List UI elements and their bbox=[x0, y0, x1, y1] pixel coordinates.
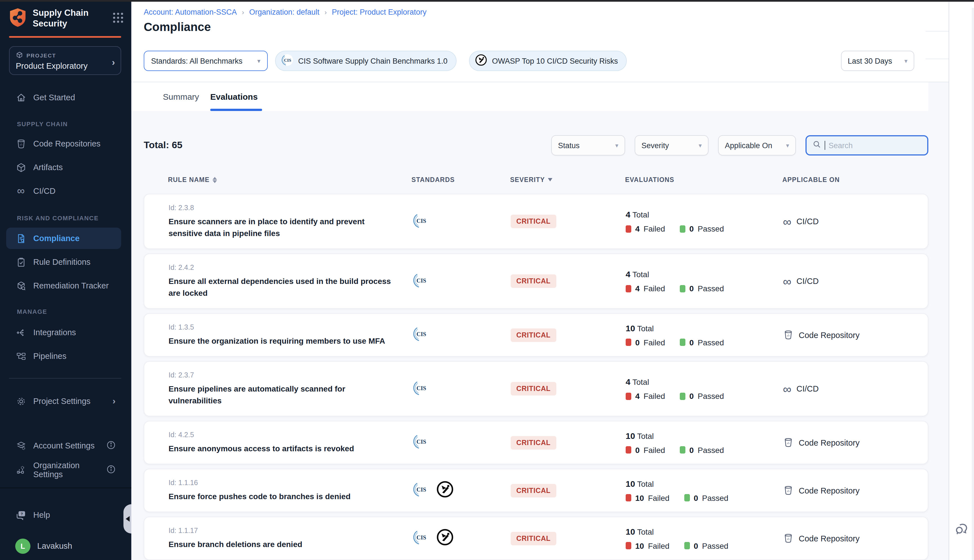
column-header-standards[interactable]: Standards bbox=[397, 176, 507, 183]
eval-total-label: Total bbox=[637, 324, 654, 333]
sidebar-item-help[interactable]: ? Help bbox=[0, 507, 131, 523]
sidebar-item-remediation-tracker[interactable]: Remediation Tracker bbox=[0, 277, 131, 294]
rule-title: Ensure anonymous access to artifacts is … bbox=[168, 443, 392, 455]
svg-text:‹/›: ‹/› bbox=[787, 334, 790, 337]
column-header-severity[interactable]: Severity bbox=[507, 176, 622, 183]
brand-accent-divider bbox=[9, 36, 121, 37]
table-row[interactable]: Id: 1.1.16 Ensure force pushes code to b… bbox=[144, 469, 928, 512]
eval-total-count: 10 bbox=[625, 323, 635, 333]
eval-failed-label: Failed bbox=[644, 445, 665, 454]
sidebar: Supply Chain Security PROJECT Product Ex… bbox=[0, 0, 131, 560]
sidebar-item-rule-definitions[interactable]: Rule Definitions bbox=[0, 253, 131, 270]
svg-text:CIS: CIS bbox=[417, 385, 426, 391]
column-header-applicable-on: Applicable On bbox=[779, 176, 928, 183]
svg-text:‹/›: ‹/› bbox=[787, 490, 790, 493]
table-row[interactable]: Id: 1.1.17 Ensure branch deletions are d… bbox=[144, 517, 928, 560]
status-filter-select[interactable]: Status ▾ bbox=[551, 135, 625, 155]
chip-cis-benchmark[interactable]: CIS CIS Software Supply Chain Benchmarks… bbox=[275, 51, 457, 71]
chevron-down-icon: ▾ bbox=[904, 57, 907, 65]
chevron-down-icon: ▾ bbox=[699, 142, 702, 149]
tab-summary[interactable]: Summary bbox=[163, 82, 199, 111]
eval-passed-label: Passed bbox=[702, 541, 728, 550]
avatar: L bbox=[15, 538, 30, 553]
text-caret bbox=[825, 141, 825, 150]
cicd-icon: ∞ bbox=[15, 185, 27, 197]
evaluations-cell: 10 Total 0 Failed 0 Passed bbox=[623, 431, 780, 454]
applicable-on-cell: ‹/› Code Repository bbox=[780, 533, 928, 544]
sidebar-item-get-started[interactable]: Get Started bbox=[0, 89, 131, 106]
applicable-on-label: Code Repository bbox=[799, 330, 860, 340]
applicable-on-label: CI/CD bbox=[796, 217, 819, 226]
pipelines-icon bbox=[15, 350, 27, 362]
sidebar-divider bbox=[9, 378, 121, 378]
eval-passed-label: Passed bbox=[702, 493, 728, 502]
passed-indicator bbox=[684, 494, 690, 502]
eval-total-count: 4 bbox=[625, 269, 630, 279]
eval-passed-count: 0 bbox=[689, 445, 694, 454]
date-range-select[interactable]: Last 30 Days ▾ bbox=[841, 51, 914, 71]
table-row[interactable]: Id: 1.3.5 Ensure the organization is req… bbox=[144, 313, 928, 357]
sidebar-item-artifacts[interactable]: Artifacts bbox=[0, 159, 131, 176]
svg-text:?: ? bbox=[20, 512, 23, 516]
project-switcher[interactable]: PROJECT Product Exploratory › bbox=[9, 46, 121, 75]
standards-select[interactable]: Standards: All Benchmarks ▾ bbox=[144, 51, 268, 71]
passed-indicator bbox=[680, 285, 685, 292]
sidebar-item-compliance[interactable]: Compliance bbox=[6, 228, 121, 249]
column-header-evaluations: Evaluations bbox=[622, 176, 779, 183]
table-row[interactable]: Id: 2.3.8 Ensure scanners are in place t… bbox=[144, 194, 928, 249]
page-title: Compliance bbox=[144, 20, 211, 34]
sidebar-item-integrations[interactable]: Integrations bbox=[0, 324, 131, 341]
rule-cell: Id: 1.1.16 Ensure force pushes code to b… bbox=[144, 478, 398, 503]
info-icon[interactable] bbox=[107, 440, 115, 451]
sidebar-section-risk-compliance: RISK AND COMPLIANCE bbox=[17, 215, 98, 222]
severity-badge: CRITICAL bbox=[511, 436, 556, 449]
sidebar-item-label: Rule Definitions bbox=[33, 257, 90, 267]
sidebar-item-pipelines[interactable]: Pipelines bbox=[0, 348, 131, 365]
scrollbar-track[interactable] bbox=[972, 8, 974, 560]
rule-title: Ensure the organization is requiring mem… bbox=[168, 335, 392, 347]
breadcrumb-account[interactable]: Account: Automation-SSCA bbox=[144, 8, 237, 16]
standards-select-value: Standards: All Benchmarks bbox=[151, 57, 242, 65]
support-chat-icon[interactable] bbox=[953, 520, 970, 540]
info-icon[interactable] bbox=[107, 465, 115, 475]
organization-settings-icon bbox=[15, 464, 27, 475]
code-repository-icon: ‹/› bbox=[15, 138, 27, 149]
chip-owasp[interactable]: OWASP Top 10 CI/CD Security Risks bbox=[469, 51, 627, 71]
applicable-on-cell: ∞ CI/CD bbox=[780, 275, 928, 287]
sidebar-collapse-handle[interactable] bbox=[123, 504, 131, 533]
breadcrumb-project[interactable]: Project: Product Exploratory bbox=[332, 8, 426, 16]
standards-cell: CIS bbox=[398, 325, 508, 345]
table-row[interactable]: Id: 2.3.7 Ensure pipelines are automatic… bbox=[144, 361, 928, 416]
sidebar-item-cicd[interactable]: ∞ CI/CD bbox=[0, 183, 131, 200]
eval-passed-label: Passed bbox=[697, 445, 724, 454]
sidebar-item-code-repositories[interactable]: ‹/› Code Repositories bbox=[0, 135, 131, 152]
sidebar-item-account-settings[interactable]: Account Settings bbox=[0, 437, 131, 454]
applicable-on-filter-select[interactable]: Applicable On ▾ bbox=[718, 135, 796, 155]
eval-passed-count: 0 bbox=[689, 338, 694, 347]
chevron-down-icon: ▾ bbox=[615, 142, 618, 149]
eval-passed-label: Passed bbox=[697, 224, 724, 233]
severity-badge: CRITICAL bbox=[511, 484, 556, 497]
tab-evaluations[interactable]: Evaluations bbox=[210, 82, 258, 111]
breadcrumb-organization[interactable]: Organization: default bbox=[249, 8, 319, 16]
help-chat-icon: ? bbox=[15, 509, 27, 520]
table-row[interactable]: Id: 2.4.2 Ensure all external dependenci… bbox=[144, 253, 928, 309]
apps-grid-icon[interactable] bbox=[112, 12, 124, 26]
svg-text:CIS: CIS bbox=[417, 438, 426, 445]
brand: Supply Chain Security bbox=[9, 8, 124, 29]
sidebar-item-organization-settings[interactable]: Organization Settings bbox=[0, 462, 131, 478]
sidebar-item-project-settings[interactable]: Project Settings › bbox=[0, 393, 131, 410]
gear-icon bbox=[15, 395, 27, 407]
applicable-on-cell: ‹/› Code Repository bbox=[780, 485, 928, 496]
chevron-right-icon: › bbox=[112, 57, 115, 68]
rule-definitions-icon bbox=[15, 256, 27, 268]
user-menu[interactable]: L Lavakush bbox=[0, 536, 131, 555]
code-repository-icon: ‹/› bbox=[783, 437, 794, 448]
search-input[interactable] bbox=[829, 141, 913, 150]
account-settings-icon bbox=[15, 440, 27, 451]
table-row[interactable]: Id: 4.2.5 Ensure anonymous access to art… bbox=[144, 421, 928, 464]
severity-filter-select[interactable]: Severity ▾ bbox=[635, 135, 709, 155]
compliance-icon bbox=[15, 233, 27, 244]
code-repository-icon: ‹/› bbox=[783, 485, 794, 496]
column-header-rule-name[interactable]: Rule Name bbox=[144, 176, 397, 183]
